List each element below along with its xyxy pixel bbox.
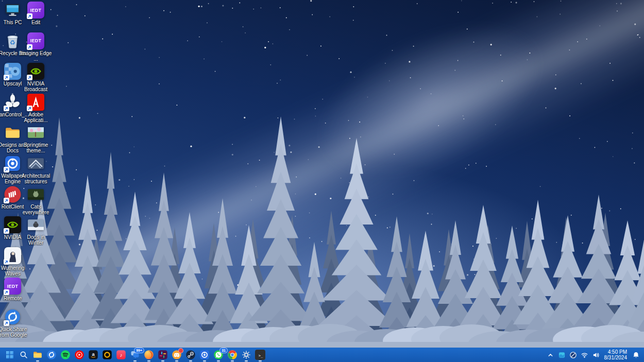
taskbar-messages-icon[interactable]: 99+ (129, 348, 141, 362)
desktop-icon-wuthering-waves[interactable]: Wuthering Waves (1, 247, 24, 277)
desktop-icon-quick-share-from-google[interactable]: Quick Share from Google (1, 308, 24, 338)
shortcut-arrow-icon (27, 13, 32, 19)
running-indicator (189, 360, 192, 361)
system-tray: 4:50 PM 8/31/2024 (546, 348, 644, 362)
nvidia-icon (4, 216, 21, 233)
volume-icon[interactable] (591, 349, 601, 361)
taskbar-start-icon[interactable] (4, 348, 16, 362)
shortcut-arrow-icon (27, 44, 32, 50)
steam-icon (185, 350, 196, 360)
shortcut-arrow-icon (27, 75, 32, 80)
desktop-icon-label: Imaging Edge ... (20, 50, 53, 62)
running-indicator (36, 360, 39, 361)
iedt-icon: IEDT (27, 32, 44, 49)
desktop-icon-edit[interactable]: IEDT Edit (24, 2, 47, 31)
taskbar-music-app-icon[interactable] (101, 348, 113, 362)
wifi-icon[interactable] (580, 349, 589, 361)
adobe-icon (27, 94, 44, 111)
taskbar-file-explorer-icon[interactable] (31, 348, 44, 362)
desktop-icon-label: Edit (20, 20, 53, 25)
tray-blocked-circle-icon[interactable] (568, 349, 578, 361)
tray-wallpaper-engine-icon[interactable] (557, 349, 567, 361)
desktop-icon-label: Remote (0, 296, 29, 301)
running-indicator (175, 360, 178, 361)
slack-icon (158, 350, 168, 360)
upscayl-icon (4, 63, 21, 80)
shortcut-arrow-icon (4, 228, 9, 234)
taskbar-chrome-icon[interactable] (226, 348, 239, 362)
taskbar-slack-icon[interactable] (157, 348, 169, 362)
taskbar-wallpaper-engine-icon[interactable] (198, 348, 211, 362)
shortcut-arrow-icon (27, 106, 32, 111)
iedt-icon: IEDT (27, 2, 44, 19)
desktop-icon-springtime-theme[interactable]: Springtime theme... (24, 124, 47, 154)
taskbar-youtube-music-icon[interactable] (73, 348, 86, 362)
wallpaper (0, 0, 644, 362)
desktop-icon-adobe-applicati[interactable]: Adobe Applicati... (24, 94, 47, 124)
running-indicator (203, 360, 206, 361)
running-indicator (245, 360, 248, 361)
taskbar-clock[interactable]: 4:50 PM 8/31/2024 (604, 349, 628, 360)
riot-icon (4, 186, 21, 203)
nvidia-broadcast-icon (27, 63, 44, 80)
apple-music-icon: ♪ (116, 350, 126, 360)
running-indicator (217, 360, 220, 361)
desktop-icon-dogs-in-winter[interactable]: Dogs in Winter (24, 216, 47, 246)
taskbar-terminal-icon[interactable]: >_ (254, 348, 266, 362)
firefox-icon (144, 350, 154, 360)
folder-icon (4, 124, 21, 141)
desktop-icon-label: Quick Share from Google (0, 326, 29, 338)
yellow-ring-icon (102, 350, 112, 360)
recycle-bin-icon: ♻ (4, 32, 21, 49)
running-indicator (147, 360, 150, 361)
image-dogs-icon (27, 216, 44, 233)
taskbar-search-icon[interactable] (18, 348, 30, 362)
shortcut-arrow-icon (4, 198, 9, 203)
terminal-icon: >_ (255, 350, 265, 360)
spotify-icon (60, 350, 71, 360)
snowy-forest (0, 0, 644, 362)
image-arch-icon (27, 155, 44, 172)
taskbar: a♪99+31>_ 4:50 PM 8/31/2024 (0, 348, 644, 362)
shortcut-arrow-icon (4, 259, 9, 265)
taskbar-steam-icon[interactable] (184, 348, 197, 362)
youtube-music-icon (74, 350, 84, 360)
shortcut-arrow-icon (4, 75, 9, 80)
desktop-icon-label: NVIDIA Broadcast (20, 81, 53, 92)
taskbar-apple-music-icon[interactable]: ♪ (115, 348, 127, 362)
desktop-icon-label: Cats everywhere (20, 204, 53, 215)
desktop-icon-cats-everywhere[interactable]: Cats everywhere (24, 186, 47, 216)
desktop-icon-imaging-edge[interactable]: IEDT Imaging Edge ... (24, 32, 47, 62)
taskbar-whatsapp-icon[interactable]: 31 (212, 348, 225, 362)
running-indicator (161, 360, 164, 361)
svg-text:♻: ♻ (10, 39, 15, 46)
taskbar-quick-share-icon[interactable] (45, 348, 58, 362)
this-pc-icon (4, 2, 21, 19)
desktop-icon-label: Springtime theme... (20, 142, 53, 153)
taskbar-apps: a♪99+31>_ (0, 348, 266, 362)
desktop-screen: This PCIEDT Edit♻ Recycle BinIEDT Imagin… (0, 0, 644, 362)
wallpaper-engine-icon (4, 155, 21, 172)
taskbar-firefox-icon[interactable] (143, 348, 155, 362)
notifications-bell-icon[interactable] (631, 349, 641, 361)
desktop-icon-architectural-structures[interactable]: Architectural structures (24, 155, 47, 185)
desktop-icon-label: Architectural structures (20, 173, 53, 184)
shortcut-arrow-icon (4, 289, 9, 295)
chrome-icon (227, 350, 238, 360)
taskbar-amazon-music-icon[interactable]: a (87, 348, 99, 362)
shortcut-arrow-icon (4, 167, 9, 173)
taskbar-discord-icon[interactable] (171, 348, 183, 362)
svg-text:♪: ♪ (120, 352, 123, 358)
gear-icon (241, 350, 251, 360)
amazon-music-icon: a (88, 350, 98, 360)
desktop-icon-label: Adobe Applicati... (20, 112, 53, 123)
tray-chevron-up-icon[interactable] (546, 349, 555, 361)
taskbar-spotify-icon[interactable] (59, 348, 72, 362)
taskbar-settings-icon[interactable] (240, 348, 252, 362)
desktop-icon-nvidia-broadcast[interactable]: NVIDIA Broadcast (24, 63, 47, 93)
image-spring-icon (27, 124, 44, 141)
desktop-icon-remote[interactable]: IEDT Remote (1, 278, 24, 307)
shortcut-arrow-icon (4, 106, 9, 111)
desktop-icon-this-pc[interactable]: This PC (1, 2, 24, 31)
running-indicator (259, 360, 262, 361)
